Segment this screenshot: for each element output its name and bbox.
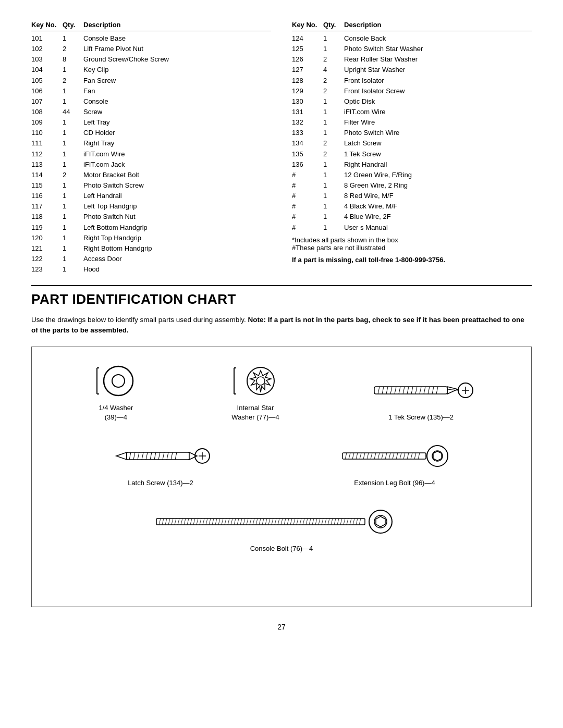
table-row: 1161Left Handrail [31,191,271,201]
latch-screw-drawing: Latch Screw (134)—2 [111,438,210,488]
svg-line-128 [325,519,326,525]
svg-line-33 [133,452,135,460]
qty: 2 [323,138,344,149]
qty: 1 [63,191,83,201]
desc: Right Bottom Handgrip [83,243,271,254]
desc: iFIT.com Jack [83,159,271,170]
svg-line-134 [344,519,345,525]
qty: 1 [323,128,344,138]
star-washer-drawing: Internal StarWasher (77)—4 [227,363,284,422]
svg-line-139 [359,519,361,525]
svg-marker-45 [116,452,127,460]
ext-leg-bolt-label: Extension Leg Bolt (96)—4 [354,478,435,488]
svg-line-20 [415,387,417,394]
table-row: 10844Screw [31,107,271,117]
svg-line-64 [396,453,398,459]
key-no: 129 [292,86,323,96]
qty: 1 [323,117,344,128]
desc: Fan Screw [83,76,271,86]
key-no: 111 [31,138,63,149]
desc: Photo Switch Wire [344,128,532,138]
svg-line-19 [411,387,413,394]
svg-line-125 [315,519,317,525]
table-row: #18 Red Wire, M/F [292,191,532,201]
svg-line-36 [146,452,148,460]
svg-line-90 [206,519,207,525]
qty: 1 [63,65,83,75]
table-row: 1038Ground Screw/Choke Screw [31,54,271,65]
qty: 1 [323,96,344,107]
svg-line-66 [403,453,405,459]
key-no: 117 [31,201,63,212]
qty: 1 [63,264,83,275]
svg-line-106 [256,519,258,525]
washer-drawing: 1/4 Washer(39)—4 [90,363,142,422]
qty: 1 [323,201,344,212]
table-row: 1331Photo Switch Wire [292,128,532,138]
svg-rect-74 [156,519,365,525]
col1-desc-header: Description [83,21,271,29]
star-washer-svg [227,363,284,399]
parts-rows-col2: 1241Console Back1251Photo Switch Star Wa… [292,33,532,233]
key-no: 118 [31,212,63,222]
console-bolt-drawing: Console Bolt (76)—4 [151,503,412,553]
desc: 8 Green Wire, 2 Ring [344,180,532,191]
key-no: # [292,223,323,233]
parts-table-section: Key No. Qty. Description 1011Console Bas… [31,21,532,275]
svg-line-124 [312,519,314,525]
table-row: 1292Front Isolator Screw [292,86,532,96]
key-no: 121 [31,243,63,254]
svg-line-107 [259,519,261,525]
parts-header-2: Key No. Qty. Description [292,21,532,31]
svg-line-118 [293,519,295,525]
svg-line-41 [167,452,168,460]
console-bolt-label: Console Bolt (76)—4 [250,544,313,553]
svg-line-113 [278,519,279,525]
svg-line-122 [306,519,308,525]
svg-line-78 [168,519,170,525]
note-2: #These parts are not illustrated [292,244,532,252]
svg-line-32 [129,452,131,460]
key-no: 135 [292,149,323,159]
key-no: 109 [31,117,63,128]
key-no: 105 [31,76,63,86]
svg-line-112 [275,519,276,525]
svg-line-15 [395,387,396,394]
callout-line: If a part is missing, call toll-free 1-8… [292,256,532,264]
key-no: 114 [31,170,63,180]
svg-line-138 [356,519,358,525]
svg-line-75 [159,519,161,525]
col2-keyno-header: Key No. [292,21,323,29]
table-row: 1191Left Bottom Handgrip [31,223,271,233]
key-no: 126 [292,54,323,65]
key-no: # [292,191,323,201]
table-row: 1091Left Tray [31,117,271,128]
qty: 1 [323,212,344,222]
parts-column-2: Key No. Qty. Description 1241Console Bac… [292,21,532,275]
key-no: 103 [31,54,63,65]
desc: Front Isolator [344,76,532,86]
desc: Motor Bracket Bolt [83,170,271,180]
key-no: 128 [292,76,323,86]
desc: Left Top Handgrip [83,201,271,212]
svg-line-117 [290,519,292,525]
svg-line-52 [352,453,354,459]
svg-line-95 [222,519,223,525]
svg-line-16 [399,387,400,394]
col1-keyno-header: Key No. [31,21,63,29]
table-row: 1342Latch Screw [292,138,532,149]
key-no: 133 [292,128,323,138]
table-row: 1052Fan Screw [31,76,271,86]
key-no: 136 [292,159,323,170]
qty: 1 [63,180,83,191]
tek-screw-drawing: 1 Tek Screw (135)—2 [369,372,473,422]
qty: 4 [323,65,344,75]
svg-line-102 [243,519,245,525]
svg-line-17 [403,387,405,394]
qty: 1 [63,96,83,107]
desc: Hood [83,264,271,275]
desc: Front Isolator Screw [344,86,532,96]
key-no: 101 [31,33,63,44]
svg-line-92 [212,519,214,525]
desc: Photo Switch Nut [83,212,271,222]
